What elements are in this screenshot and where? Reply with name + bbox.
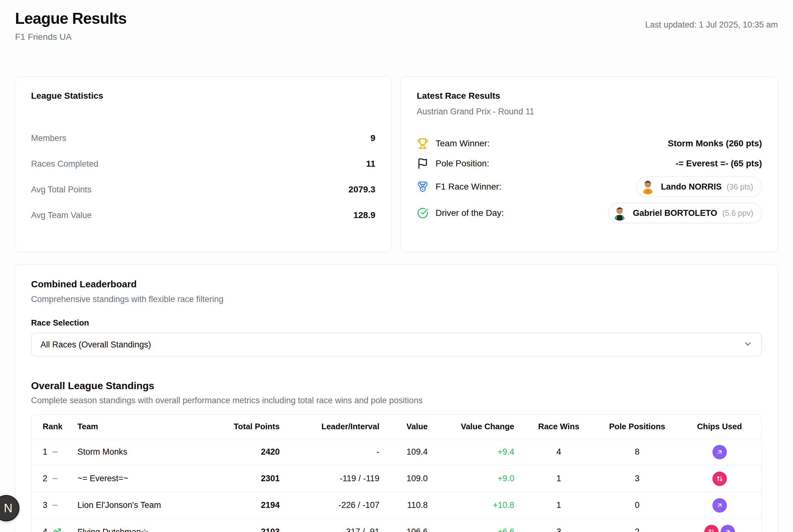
total-points: 2103 (225, 518, 285, 532)
league-statistics-list: Members 9 Races Completed 11 Avg Total P… (31, 133, 375, 221)
league-statistics-card: League Statistics Members 9 Races Comple… (15, 76, 391, 252)
stat-label: Avg Total Points (31, 185, 92, 194)
race-selection-value: All Races (Overall Standings) (40, 340, 151, 350)
rank-number: 4 (43, 527, 47, 532)
race-wins: 1 (519, 492, 598, 518)
trophy-icon (417, 137, 429, 149)
value-change: +10.8 (433, 492, 519, 518)
standings-table: Rank Team Total Points Leader/Interval V… (31, 414, 762, 532)
f1-race-winner-label: F1 Race Winner: (436, 182, 501, 192)
flag-icon (417, 157, 429, 170)
overall-standings-title: Overall League Standings (31, 380, 762, 392)
stat-value: 2079.3 (348, 185, 375, 194)
race-selection-label: Race Selection (31, 318, 762, 328)
rank-number: 2 (43, 474, 47, 483)
stat-row-avg-team-value: Avg Team Value 128.9 (31, 210, 375, 221)
col-header-leader-interval: Leader/Interval (285, 415, 384, 439)
combined-leaderboard-title: Combined Leaderboard (31, 279, 762, 290)
page: League Results F1 Friends UA Last update… (0, 0, 793, 532)
rank-number: 3 (43, 500, 47, 510)
pole-positions: 0 (598, 492, 676, 518)
stat-label: Members (31, 133, 67, 143)
chip-arrow-up-right[interactable] (713, 445, 727, 459)
table-row: 4 Flying Dutchman☆ 2103 -317 / -91 106.6… (31, 518, 762, 532)
chip-arrow-up-right[interactable] (721, 525, 735, 532)
rank-number: 1 (43, 447, 47, 457)
chip-swap-vertical[interactable] (713, 472, 727, 486)
race-winner-driver-pill: Lando NORRIS (36 pts) (637, 176, 762, 197)
value-change: +9.4 (433, 439, 519, 465)
driver-of-the-day-row: Driver of the Day: Gabriel BORTOLETO (417, 203, 762, 224)
team-value: 109.0 (384, 465, 433, 492)
table-row: 3 Lion El'Jonson's Team 2194 -226 / -107… (31, 492, 762, 518)
race-selection-dropdown[interactable]: All Races (Overall Standings) (31, 333, 762, 357)
col-header-chips-used: Chips Used (676, 415, 762, 439)
col-header-total-points: Total Points (225, 415, 285, 439)
league-name: F1 Friends UA (15, 32, 127, 42)
pole-positions: 2 (598, 518, 676, 532)
stat-value: 9 (370, 133, 375, 143)
chip-swap-vertical[interactable] (704, 525, 719, 532)
latest-race-results-title: Latest Race Results (417, 91, 762, 101)
team-winner-value: Storm Monks (260 pts) (668, 138, 762, 149)
stat-row-members: Members 9 (31, 133, 375, 144)
col-header-value-change: Value Change (433, 415, 519, 439)
team-value: 110.8 (384, 492, 433, 518)
stat-row-avg-total-points: Avg Total Points 2079.3 (31, 184, 375, 195)
chip-arrow-up-right[interactable] (713, 498, 727, 513)
race-result-rows: Team Winner: Storm Monks (260 pts) Pole … (417, 136, 762, 224)
team-winner-row: Team Winner: Storm Monks (260 pts) (417, 136, 762, 151)
leader-interval: -119 / -119 (285, 465, 384, 492)
summary-cards: League Statistics Members 9 Races Comple… (15, 76, 778, 252)
total-points: 2194 (225, 492, 285, 518)
stat-label: Avg Team Value (31, 211, 92, 220)
driver-avatar-bortoleto (612, 206, 627, 221)
combined-leaderboard-subtitle: Comprehensive standings with flexible ra… (31, 294, 762, 304)
race-wins: 4 (519, 439, 598, 465)
pole-positions: 3 (598, 465, 676, 492)
rank-trend-same-icon (52, 452, 58, 452)
value-change: +6.6 (433, 518, 519, 532)
driver-of-day-name: Gabriel BORTOLETO (633, 208, 717, 218)
chevron-down-icon (743, 339, 753, 350)
league-statistics-title: League Statistics (31, 91, 375, 101)
total-points: 2301 (225, 465, 285, 492)
race-round-subtitle: Austrian Grand Prix - Round 11 (417, 107, 762, 117)
latest-race-results-card: Latest Race Results Austrian Grand Prix … (401, 76, 778, 252)
team-value: 106.6 (384, 518, 433, 532)
leader-interval: - (285, 439, 384, 465)
col-header-rank: Rank (31, 415, 77, 439)
driver-avatar-norris (640, 179, 656, 194)
team-name: Flying Dutchman☆ (77, 518, 225, 532)
rank-trend-same-icon (52, 505, 58, 506)
race-winner-driver-name: Lando NORRIS (661, 182, 722, 192)
pole-position-row: Pole Position: -= Everest =- (65 pts) (417, 156, 762, 171)
stat-value: 128.9 (353, 210, 375, 220)
rank-trend-up-icon (52, 526, 61, 532)
col-header-pole-positions: Pole Positions (598, 415, 676, 439)
pole-positions: 8 (598, 439, 676, 465)
race-winner-driver-points: (36 pts) (726, 182, 753, 191)
total-points: 2420 (225, 439, 285, 465)
page-header: League Results F1 Friends UA Last update… (15, 11, 778, 42)
team-name: ~= Everest=~ (77, 465, 225, 492)
table-row: 2 ~= Everest=~ 2301 -119 / -119 109.0 +9… (31, 465, 762, 492)
pole-position-value: -= Everest =- (65 pts) (676, 158, 762, 169)
team-name: Storm Monks (77, 439, 225, 465)
rank-trend-same-icon (52, 478, 58, 479)
check-circle-icon (417, 207, 429, 219)
page-title: League Results (15, 11, 127, 26)
col-header-race-wins: Race Wins (519, 415, 598, 439)
race-wins: 3 (519, 518, 598, 532)
header-titles: League Results F1 Friends UA (15, 11, 127, 42)
leader-interval: -317 / -91 (285, 518, 384, 532)
team-name: Lion El'Jonson's Team (77, 492, 225, 518)
team-winner-label: Team Winner: (436, 138, 490, 149)
combined-leaderboard-card: Combined Leaderboard Comprehensive stand… (15, 264, 778, 532)
last-updated: Last updated: 1 Jul 2025, 10:35 am (645, 20, 778, 30)
stat-row-races-completed: Races Completed 11 (31, 158, 375, 170)
stat-label: Races Completed (31, 159, 98, 169)
col-header-team: Team (77, 415, 225, 439)
driver-of-day-pill: Gabriel BORTOLETO (5.6 ppv) (608, 203, 762, 223)
f1-race-winner-row: F1 Race Winner: Lando NORRIS (36 pts) (417, 176, 762, 197)
